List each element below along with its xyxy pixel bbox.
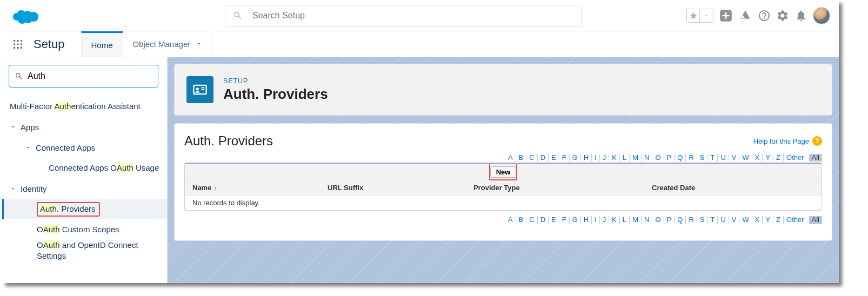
svg-point-11 [196, 88, 199, 90]
alpha-k[interactable]: K [609, 216, 620, 224]
alpha-c[interactable]: C [526, 154, 537, 162]
global-search[interactable] [225, 5, 582, 26]
page-eyebrow: SETUP [223, 77, 328, 85]
tree-search-input[interactable] [28, 71, 152, 81]
alpha-m[interactable]: M [630, 154, 642, 162]
alpha-k[interactable]: K [609, 154, 620, 162]
add-icon[interactable] [719, 9, 733, 23]
header-actions [686, 7, 830, 24]
alpha-all[interactable]: All [809, 216, 822, 224]
alpha-j[interactable]: J [600, 216, 610, 224]
search-icon [233, 11, 243, 21]
alpha-r[interactable]: R [686, 216, 697, 224]
alpha-other[interactable]: Other [784, 216, 807, 224]
alpha-i[interactable]: I [592, 154, 600, 162]
chevron-down-icon [25, 143, 32, 152]
alpha-d[interactable]: D [538, 216, 549, 224]
alpha-e[interactable]: E [549, 154, 559, 162]
col-url-suffix[interactable]: URL Suffix [320, 180, 466, 195]
alpha-q[interactable]: Q [675, 154, 686, 162]
alpha-v[interactable]: V [729, 154, 740, 162]
alpha-z[interactable]: Z [773, 216, 784, 224]
alpha-r[interactable]: R [686, 154, 697, 162]
alpha-n[interactable]: N [642, 216, 652, 224]
alpha-g[interactable]: G [570, 216, 581, 224]
svg-point-8 [17, 46, 19, 49]
alpha-t[interactable]: T [707, 154, 718, 162]
alpha-w[interactable]: W [739, 154, 752, 162]
alpha-m[interactable]: M [630, 216, 642, 224]
svg-point-5 [17, 43, 19, 45]
app-name: Setup [34, 31, 81, 57]
app-launcher-icon[interactable] [2, 31, 34, 57]
alpha-q[interactable]: Q [675, 216, 686, 224]
alpha-b[interactable]: B [516, 154, 527, 162]
alpha-y[interactable]: Y [763, 154, 773, 162]
svg-point-4 [14, 43, 16, 45]
page-header: SETUP Auth. Providers [174, 64, 832, 116]
alpha-z[interactable]: Z [773, 154, 784, 162]
alpha-w[interactable]: W [739, 216, 752, 224]
alpha-l[interactable]: L [620, 154, 630, 162]
alpha-x[interactable]: X [752, 216, 763, 224]
favorites-control[interactable] [686, 9, 713, 23]
alpha-other[interactable]: Other [784, 154, 807, 162]
alpha-h[interactable]: H [581, 216, 592, 224]
alpha-filter-top: ABCDEFGHIJKLMNOPQRSTUVWXYZOtherAll [184, 154, 822, 162]
alpha-e[interactable]: E [549, 216, 559, 224]
alpha-u[interactable]: U [718, 154, 729, 162]
alpha-f[interactable]: F [559, 154, 570, 162]
tab-object-manager[interactable]: Object Manager [123, 31, 213, 57]
alpha-h[interactable]: H [581, 154, 592, 162]
help-link[interactable]: Help for this Page ? [753, 136, 822, 146]
alpha-d[interactable]: D [538, 154, 549, 162]
alpha-o[interactable]: O [652, 154, 664, 162]
trailhead-icon[interactable] [738, 9, 752, 23]
notifications-icon[interactable] [794, 9, 807, 22]
alpha-n[interactable]: N [642, 154, 652, 162]
col-created-date[interactable]: Created Date [644, 180, 822, 195]
tree-item-connected-apps[interactable]: Connected Apps [2, 137, 167, 158]
chevron-down-icon [10, 184, 17, 193]
help-icon[interactable] [758, 9, 771, 22]
settings-icon[interactable] [776, 9, 789, 22]
alpha-all[interactable]: All [809, 154, 822, 162]
alpha-u[interactable]: U [718, 216, 729, 224]
global-header [2, 0, 839, 31]
alpha-p[interactable]: P [664, 154, 675, 162]
alpha-b[interactable]: B [516, 216, 527, 224]
tree-item-auth-providers[interactable]: Auth. Providers [2, 199, 167, 219]
alpha-g[interactable]: G [570, 154, 581, 162]
search-icon [15, 72, 23, 80]
alpha-a[interactable]: A [505, 154, 516, 162]
col-name[interactable]: Name↑ [185, 180, 320, 195]
alpha-t[interactable]: T [707, 216, 718, 224]
alpha-f[interactable]: F [559, 216, 570, 224]
tab-home[interactable]: Home [81, 31, 123, 57]
tree-item-mfa-assistant[interactable]: Multi-Factor Authentication Assistant [2, 96, 167, 117]
alpha-x[interactable]: X [752, 154, 763, 162]
alpha-p[interactable]: P [664, 216, 675, 224]
alpha-y[interactable]: Y [763, 216, 773, 224]
alpha-c[interactable]: C [526, 216, 537, 224]
new-button[interactable]: New [490, 166, 517, 178]
tree-item-apps[interactable]: Apps [2, 117, 167, 137]
alpha-v[interactable]: V [729, 216, 740, 224]
alpha-l[interactable]: L [620, 216, 630, 224]
tree-search[interactable] [9, 65, 158, 88]
alpha-s[interactable]: S [697, 216, 708, 224]
alpha-i[interactable]: I [592, 216, 600, 224]
tree-item-identity[interactable]: Identity [2, 178, 167, 199]
alpha-j[interactable]: J [600, 154, 610, 162]
alpha-o[interactable]: O [652, 216, 664, 224]
alpha-a[interactable]: A [505, 216, 516, 224]
global-search-input[interactable] [252, 11, 573, 21]
identity-card-icon [186, 76, 213, 103]
col-provider-type[interactable]: Provider Type [466, 180, 644, 195]
user-avatar[interactable] [813, 7, 830, 24]
tree-item-oauth-openid-settings[interactable]: OAuth and OpenID Connect Settings [2, 240, 167, 261]
tree-item-connected-apps-oauth-usage[interactable]: Connected Apps OAuth Usage [2, 158, 167, 178]
tree-item-oauth-custom-scopes[interactable]: OAuth Custom Scopes [2, 219, 167, 240]
svg-point-6 [21, 43, 23, 45]
alpha-s[interactable]: S [697, 154, 708, 162]
